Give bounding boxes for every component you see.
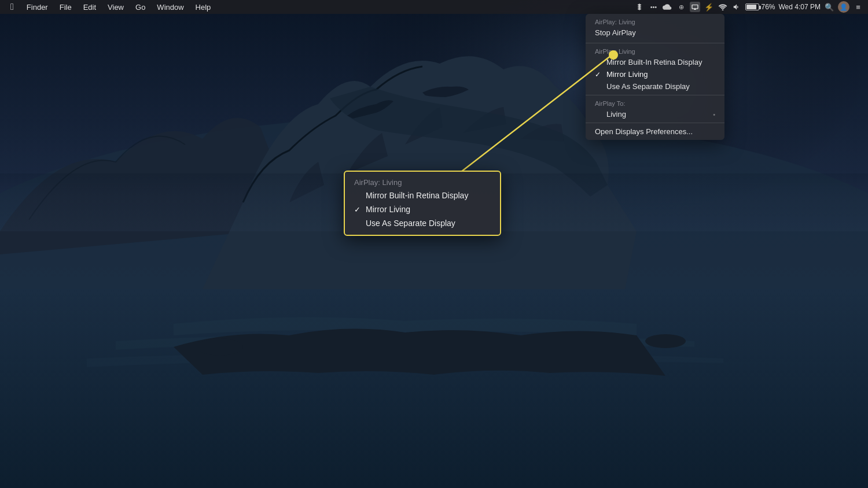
airplay-icon[interactable] bbox=[690, 2, 700, 12]
svg-point-5 bbox=[645, 334, 686, 348]
use-separate-item[interactable]: Use As Separate Display bbox=[586, 80, 724, 93]
edit-menu[interactable]: Edit bbox=[79, 0, 101, 14]
dropdown-divider-1 bbox=[586, 43, 724, 43]
checkmark-placeholder2 bbox=[595, 83, 603, 91]
zoomed-checkmark-placeholder1 bbox=[354, 191, 362, 200]
more-icons[interactable]: ••• bbox=[648, 2, 659, 12]
bluetooth-icon[interactable]: ⚡ bbox=[704, 2, 714, 12]
help-menu[interactable]: Help bbox=[191, 0, 216, 14]
zoomed-mirror-builtin-item[interactable]: Mirror Built-in Retina Display bbox=[345, 188, 500, 202]
airplay-to-living-label: Living bbox=[606, 110, 626, 119]
zoomed-mirror-builtin-label: Mirror Built-in Retina Display bbox=[366, 191, 468, 200]
dropdown-divider-3 bbox=[586, 123, 724, 123]
finder-menu[interactable]: Finder bbox=[22, 0, 53, 14]
search-icon[interactable]: 🔍 bbox=[824, 2, 834, 12]
desktop:  Finder File Edit View Go Window Help •… bbox=[0, 0, 868, 488]
user-icon[interactable]: 👤 bbox=[838, 1, 849, 13]
icloud-icon[interactable] bbox=[662, 2, 672, 12]
menubar-left:  Finder File Edit View Go Window Help bbox=[5, 0, 634, 14]
menubar-clock: Wed 4:07 PM bbox=[778, 3, 821, 11]
airplay-to-label: AirPlay To: bbox=[586, 98, 724, 108]
battery-indicator[interactable]: 76% bbox=[745, 3, 775, 11]
menu-icon[interactable]: ≡ bbox=[853, 2, 863, 12]
go-menu[interactable]: Go bbox=[131, 0, 150, 14]
mirror-builtin-item[interactable]: Mirror Built-In Retina Display bbox=[586, 56, 724, 68]
view-menu[interactable]: View bbox=[103, 0, 128, 14]
svg-point-4 bbox=[197, 338, 243, 356]
file-menu[interactable]: File bbox=[55, 0, 76, 14]
main-dropdown-section2-label: AirPlay: Living bbox=[586, 46, 724, 56]
zoomed-mirror-living-label: Mirror Living bbox=[366, 205, 410, 214]
menubar-right: ••• ⊕ ⚡ bbox=[634, 1, 863, 13]
zoomed-use-separate-item[interactable]: Use As Separate Display bbox=[345, 216, 500, 230]
mirror-living-checkmark: ✓ bbox=[595, 71, 603, 79]
open-displays-label: Open Displays Preferences... bbox=[595, 127, 693, 136]
svg-rect-3 bbox=[0, 289, 868, 488]
svg-point-7 bbox=[722, 9, 724, 10]
zoomed-checkmark-placeholder2 bbox=[354, 219, 362, 228]
mirror-living-label: Mirror Living bbox=[606, 70, 648, 79]
apple-menu[interactable]:  bbox=[5, 0, 20, 14]
zoomed-menu: AirPlay: Living Mirror Built-in Retina D… bbox=[344, 171, 501, 236]
window-menu[interactable]: Window bbox=[152, 0, 188, 14]
checkmark-placeholder3 bbox=[595, 110, 603, 119]
mirror-builtin-label: Mirror Built-In Retina Display bbox=[606, 58, 702, 66]
use-separate-label: Use As Separate Display bbox=[606, 82, 690, 91]
mirror-living-item[interactable]: ✓ Mirror Living bbox=[586, 68, 724, 80]
zoomed-section-label: AirPlay: Living bbox=[345, 176, 500, 188]
extra-icon[interactable]: ⊕ bbox=[676, 2, 686, 12]
battery-percent: 76% bbox=[761, 3, 775, 11]
dot-indicator: • bbox=[713, 111, 715, 118]
main-dropdown-section1-label: AirPlay: Living bbox=[586, 16, 724, 27]
zoomed-mirror-living-item[interactable]: ✓ Mirror Living bbox=[345, 202, 500, 216]
checkmark-placeholder bbox=[595, 58, 603, 66]
airplay-to-living-item[interactable]: Living • bbox=[586, 108, 724, 120]
zoomed-mirror-living-checkmark: ✓ bbox=[354, 205, 362, 214]
open-displays-item[interactable]: Open Displays Preferences... bbox=[586, 125, 724, 138]
menubar:  Finder File Edit View Go Window Help •… bbox=[0, 0, 868, 14]
volume-icon[interactable] bbox=[731, 2, 742, 12]
wifi-icon[interactable] bbox=[718, 2, 728, 12]
main-dropdown-menu: AirPlay: Living Stop AirPlay AirPlay: Li… bbox=[586, 14, 724, 140]
dropdown-divider-2 bbox=[586, 95, 724, 95]
dropbox-icon[interactable] bbox=[634, 2, 645, 12]
zoomed-use-separate-label: Use As Separate Display bbox=[366, 219, 455, 228]
stop-airplay-button[interactable]: Stop AirPlay bbox=[586, 27, 724, 40]
